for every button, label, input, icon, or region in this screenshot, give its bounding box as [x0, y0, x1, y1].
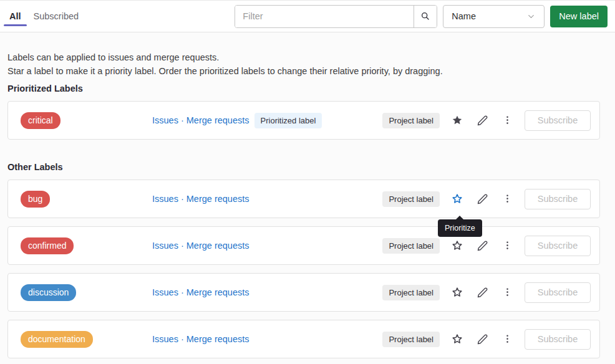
issues-link[interactable]: Issues: [152, 334, 178, 344]
pencil-icon[interactable]: [475, 113, 490, 128]
merge-requests-link[interactable]: Merge requests: [186, 334, 249, 344]
tab-subscribed-label: Subscribed: [34, 11, 79, 21]
issues-link[interactable]: Issues: [152, 115, 178, 125]
pencil-icon[interactable]: [475, 285, 490, 300]
project-label-badge: Project label: [382, 285, 440, 300]
label-tabs: All Subscribed: [3, 1, 85, 32]
header-controls: Name New label: [235, 5, 608, 28]
label-row-confirmed: confirmed Issues·Merge requests Project …: [7, 226, 600, 265]
subscribe-button[interactable]: Subscribe: [525, 189, 591, 209]
description-line-2: Star a label to make it a priority label…: [7, 66, 443, 76]
new-label-button[interactable]: New label: [550, 6, 608, 27]
link-separator: ·: [181, 194, 184, 204]
label-links: Issues·Merge requests: [152, 287, 249, 297]
tab-subscribed[interactable]: Subscribed: [27, 1, 85, 32]
row-actions: Project label Subscribe: [382, 110, 591, 131]
link-separator: ·: [181, 334, 184, 344]
label-badge-critical[interactable]: critical: [21, 112, 61, 129]
star-icon[interactable]: [450, 113, 465, 128]
issues-link[interactable]: Issues: [152, 241, 178, 251]
labels-description: Labels can be applied to issues and merg…: [7, 32, 600, 78]
sort-dropdown-value: Name: [452, 11, 476, 21]
star-icon[interactable]: [450, 332, 465, 347]
search-icon: [420, 11, 430, 21]
prioritized-label-badge: Prioritized label: [254, 113, 322, 128]
kebab-menu-icon[interactable]: [500, 332, 515, 347]
search-button[interactable]: [414, 6, 437, 27]
label-badge-bug[interactable]: bug: [21, 191, 50, 208]
label-row-bug: bug Issues·Merge requests Project label …: [7, 180, 600, 218]
subscribe-button[interactable]: Subscribe: [525, 236, 591, 256]
project-label-badge: Project label: [382, 238, 440, 254]
subscribe-button[interactable]: Subscribe: [525, 282, 591, 303]
chevron-down-icon: [526, 12, 536, 21]
label-links: Issues·Merge requests: [152, 241, 249, 251]
project-label-badge: Project label: [382, 113, 440, 128]
link-separator: ·: [181, 287, 184, 297]
star-icon[interactable]: [450, 238, 465, 253]
filter-group: [235, 5, 437, 28]
other-labels-heading: Other Labels: [7, 162, 600, 172]
issues-link[interactable]: Issues: [152, 194, 178, 204]
filter-input[interactable]: [235, 6, 414, 27]
merge-requests-link[interactable]: Merge requests: [186, 115, 249, 125]
subscribe-button[interactable]: Subscribe: [525, 110, 591, 131]
tab-all[interactable]: All: [3, 1, 27, 32]
labels-content: Labels can be applied to issues and merg…: [0, 32, 615, 364]
kebab-menu-icon[interactable]: [500, 238, 515, 253]
pencil-icon[interactable]: [475, 238, 490, 253]
merge-requests-link[interactable]: Merge requests: [186, 194, 249, 204]
row-actions: Project label Subscribe: [382, 282, 591, 303]
project-label-badge: Project label: [382, 332, 440, 347]
merge-requests-link[interactable]: Merge requests: [186, 241, 249, 251]
label-links: Issues·Merge requests: [152, 334, 249, 344]
row-actions: Project label Subscribe: [382, 189, 591, 209]
row-actions: Project label Subscribe: [382, 329, 591, 350]
link-separator: ·: [181, 241, 184, 251]
kebab-menu-icon[interactable]: [500, 113, 515, 128]
pencil-icon[interactable]: [475, 332, 490, 347]
label-badge-documentation[interactable]: documentation: [21, 331, 93, 348]
label-links: Issues·Merge requests: [152, 115, 249, 125]
pencil-icon[interactable]: [475, 191, 490, 206]
label-badge-confirmed[interactable]: confirmed: [21, 237, 74, 254]
sort-dropdown[interactable]: Name: [443, 5, 545, 28]
issues-link[interactable]: Issues: [152, 287, 178, 297]
star-icon[interactable]: [450, 191, 465, 206]
kebab-menu-icon[interactable]: [500, 285, 515, 300]
prioritized-labels-heading: Prioritized Labels: [7, 84, 600, 93]
label-row-discussion: discussion Issues·Merge requests Project…: [7, 273, 600, 312]
prioritize-tooltip: Prioritize: [438, 219, 482, 237]
merge-requests-link[interactable]: Merge requests: [186, 287, 249, 297]
tab-all-label: All: [9, 11, 21, 21]
label-links: Issues·Merge requests: [152, 194, 249, 204]
link-separator: ·: [181, 115, 184, 125]
label-row-critical: critical Issues·Merge requests Prioritiz…: [7, 101, 600, 140]
labels-page: All Subscribed Name New labe: [0, 0, 615, 364]
labels-header: All Subscribed Name New labe: [0, 0, 615, 32]
subscribe-button[interactable]: Subscribe: [525, 329, 591, 350]
label-row-documentation: documentation Issues·Merge requests Proj…: [7, 320, 600, 358]
project-label-badge: Project label: [382, 191, 440, 207]
label-badge-discussion[interactable]: discussion: [21, 284, 76, 301]
description-line-1: Labels can be applied to issues and merg…: [7, 52, 219, 62]
star-icon[interactable]: [450, 285, 465, 300]
row-actions: Project label Subscribe: [382, 236, 591, 256]
kebab-menu-icon[interactable]: [500, 191, 515, 206]
